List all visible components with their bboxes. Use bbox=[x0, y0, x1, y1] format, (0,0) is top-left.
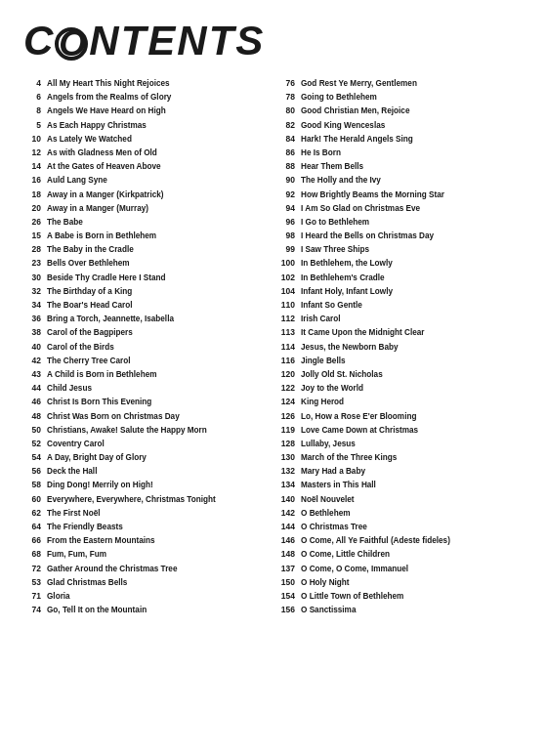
page-number: 4 bbox=[23, 78, 41, 88]
song-title: Infant Holy, Infant Lowly bbox=[301, 287, 393, 297]
page-number: 96 bbox=[277, 217, 295, 227]
list-item: 52Coventry Carol bbox=[23, 439, 270, 449]
song-title: Gloria bbox=[47, 592, 70, 602]
page-number: 146 bbox=[277, 535, 295, 545]
list-item: 28The Baby in the Cradle bbox=[23, 244, 270, 255]
page-number: 84 bbox=[277, 134, 295, 144]
song-title: Good Christian Men, Rejoice bbox=[301, 106, 409, 116]
song-title: O Christmas Tree bbox=[301, 523, 367, 532]
song-title: O Sanctissima bbox=[301, 606, 356, 615]
list-item: 14At the Gates of Heaven Above bbox=[23, 161, 270, 172]
page-number: 43 bbox=[23, 369, 41, 379]
page-number: 16 bbox=[23, 175, 41, 185]
song-title: The Cherry Tree Carol bbox=[47, 357, 131, 366]
song-title: The First Noël bbox=[47, 509, 101, 519]
list-item: 128Lullaby, Jesus bbox=[277, 439, 524, 449]
list-item: 90The Holly and the Ivy bbox=[277, 175, 524, 186]
list-item: 137O Come, O Come, Immanuel bbox=[277, 564, 524, 574]
page-number: 88 bbox=[277, 161, 295, 171]
list-item: 42The Cherry Tree Carol bbox=[23, 356, 270, 366]
song-title: The Friendly Beasts bbox=[47, 523, 123, 532]
song-title: Good King Wenceslas bbox=[301, 121, 385, 131]
page-number: 36 bbox=[23, 314, 41, 323]
list-item: 122Joy to the World bbox=[277, 383, 524, 394]
list-item: 126Lo, How a Rose E'er Blooming bbox=[277, 411, 524, 422]
page-number: 56 bbox=[23, 466, 41, 476]
page-number: 119 bbox=[277, 425, 295, 435]
list-item: 156O Sanctissima bbox=[277, 605, 524, 615]
list-item: 144O Christmas Tree bbox=[277, 522, 524, 532]
song-title: Bells Over Bethlehem bbox=[47, 259, 130, 269]
page-number: 154 bbox=[277, 591, 295, 601]
page-number: 53 bbox=[23, 577, 41, 587]
song-title: The Holly and the Ivy bbox=[301, 176, 381, 186]
page-number: 150 bbox=[277, 577, 295, 587]
page-number: 124 bbox=[277, 397, 295, 406]
song-title: Away in a Manger (Kirkpatrick) bbox=[47, 190, 164, 200]
song-title: Joy to the World bbox=[301, 384, 363, 394]
list-item: 88Hear Them Bells bbox=[277, 161, 524, 172]
song-title: Love Came Down at Christmas bbox=[301, 426, 418, 436]
list-item: 154O Little Town of Bethlehem bbox=[277, 591, 524, 602]
song-title: Ding Dong! Merrily on High! bbox=[47, 481, 153, 490]
song-title: As Lately We Watched bbox=[47, 135, 132, 145]
list-item: 124King Herod bbox=[277, 397, 524, 407]
song-title: Deck the Hall bbox=[47, 467, 97, 477]
page-number: 64 bbox=[23, 522, 41, 531]
list-item: 130March of the Three Kings bbox=[277, 452, 524, 463]
page-number: 156 bbox=[277, 605, 295, 614]
song-title: March of the Three Kings bbox=[301, 453, 397, 463]
page-number: 66 bbox=[23, 535, 41, 545]
song-title: Angels We Have Heard on High bbox=[47, 106, 166, 116]
list-item: 6Angels from the Realms of Glory bbox=[23, 92, 270, 103]
song-title: As Each Happy Christmas bbox=[47, 121, 147, 131]
page-number: 126 bbox=[277, 411, 295, 421]
list-item: 50Christians, Awake! Salute the Happy Mo… bbox=[23, 425, 270, 436]
list-item: 104Infant Holy, Infant Lowly bbox=[277, 286, 524, 297]
page-number: 71 bbox=[23, 591, 41, 601]
page-number: 26 bbox=[23, 217, 41, 227]
list-item: 10As Lately We Watched bbox=[23, 134, 270, 145]
list-item: 12As with Gladness Men of Old bbox=[23, 147, 270, 158]
song-title: Noël Nouvelet bbox=[301, 495, 355, 505]
list-item: 68Fum, Fum, Fum bbox=[23, 549, 270, 560]
list-item: 5As Each Happy Christmas bbox=[23, 120, 270, 131]
song-title: It Came Upon the Midnight Clear bbox=[301, 328, 424, 338]
page-number: 50 bbox=[23, 425, 41, 435]
page-number: 32 bbox=[23, 286, 41, 296]
song-title: Fum, Fum, Fum bbox=[47, 550, 106, 560]
page-number: 62 bbox=[23, 508, 41, 518]
list-item: 76God Rest Ye Merry, Gentlemen bbox=[277, 78, 524, 89]
song-title: Jolly Old St. Nicholas bbox=[301, 370, 383, 380]
song-title: Hark! The Herald Angels Sing bbox=[301, 135, 413, 145]
list-item: 150O Holy Night bbox=[277, 577, 524, 588]
left-column: 4All My Heart This Night Rejoices6Angels… bbox=[23, 78, 277, 618]
song-title: The Boar's Head Carol bbox=[47, 301, 132, 311]
list-item: 56Deck the Hall bbox=[23, 466, 270, 477]
page-number: 58 bbox=[23, 480, 41, 489]
song-title: The Baby in the Cradle bbox=[47, 245, 134, 255]
page-number: 116 bbox=[277, 356, 295, 365]
list-item: 38Carol of the Bagpipers bbox=[23, 327, 270, 338]
song-title: I Am So Glad on Christmas Eve bbox=[301, 204, 420, 214]
song-title: Beside Thy Cradle Here I Stand bbox=[47, 273, 166, 283]
page-number: 12 bbox=[23, 147, 41, 157]
page-number: 34 bbox=[23, 300, 41, 310]
list-item: 142O Bethlehem bbox=[277, 508, 524, 519]
list-item: 86He Is Born bbox=[277, 147, 524, 158]
page-number: 76 bbox=[277, 78, 295, 88]
song-title: O Bethlehem bbox=[301, 509, 351, 519]
song-title: Away in a Manger (Murray) bbox=[47, 204, 148, 214]
page-number: 104 bbox=[277, 286, 295, 296]
list-item: 40Carol of the Birds bbox=[23, 342, 270, 353]
song-title: A Child is Born in Bethlehem bbox=[47, 370, 157, 380]
page-number: 44 bbox=[23, 383, 41, 393]
list-item: 110Infant So Gentle bbox=[277, 300, 524, 311]
page-number: 102 bbox=[277, 273, 295, 282]
page-number: 18 bbox=[23, 189, 41, 199]
list-item: 102In Bethlehem's Cradle bbox=[277, 273, 524, 283]
list-item: 62The First Noël bbox=[23, 508, 270, 519]
list-item: 98I Heard the Bells on Christmas Day bbox=[277, 231, 524, 241]
list-item: 96I Go to Bethlehem bbox=[277, 217, 524, 228]
list-item: 114Jesus, the Newborn Baby bbox=[277, 342, 524, 353]
